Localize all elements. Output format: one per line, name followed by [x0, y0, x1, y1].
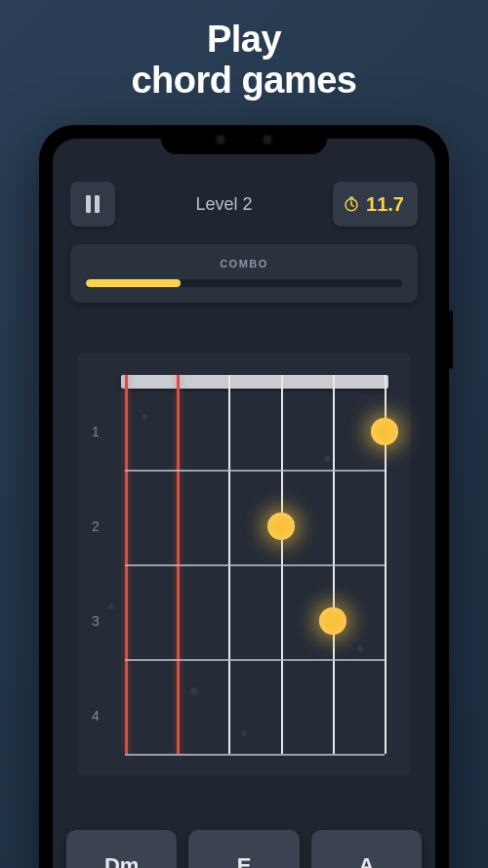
- finger-dot: [267, 513, 295, 540]
- fret-number: 1: [92, 424, 100, 439]
- combo-progress-fill: [86, 279, 181, 287]
- fretboard: 1 2 3 4: [125, 375, 385, 754]
- fret-line-3: [125, 659, 385, 661]
- pause-button[interactable]: [70, 182, 115, 227]
- fretboard-area[interactable]: 1 2 3 4: [78, 353, 410, 775]
- combo-card: COMBO: [70, 244, 418, 303]
- answer-button-a[interactable]: A: [311, 830, 422, 868]
- phone-frame: Level 2 11.7 COMBO: [39, 125, 449, 868]
- finger-dot: [371, 418, 398, 445]
- fret-line-1: [125, 470, 385, 472]
- stopwatch-icon: [343, 195, 360, 213]
- guitar-nut: [121, 375, 388, 389]
- fret-line-2: [125, 564, 385, 566]
- app-screen: Level 2 11.7 COMBO: [53, 139, 435, 868]
- answer-row: Dm E A: [66, 830, 422, 868]
- fret-number: 2: [92, 518, 100, 534]
- answer-button-e[interactable]: E: [188, 830, 299, 868]
- fret-number: 4: [92, 708, 100, 723]
- sensor-dot: [264, 136, 271, 144]
- promo-line2: chord games: [0, 61, 488, 102]
- answer-button-dm[interactable]: Dm: [66, 830, 177, 868]
- level-label: Level 2: [196, 194, 253, 215]
- fret-number: 3: [92, 613, 100, 629]
- timer-badge: 11.7: [333, 182, 418, 227]
- promo-title: Play chord games: [0, 0, 488, 102]
- combo-label: COMBO: [86, 258, 402, 269]
- promo-line1: Play: [0, 20, 488, 61]
- timer-value: 11.7: [366, 193, 404, 216]
- combo-progress-bar: [86, 279, 402, 287]
- sensor-dot: [217, 136, 224, 144]
- phone-notch: [161, 125, 327, 154]
- pause-icon: [86, 195, 100, 213]
- fret-line-4: [125, 754, 385, 756]
- finger-dot: [319, 607, 346, 635]
